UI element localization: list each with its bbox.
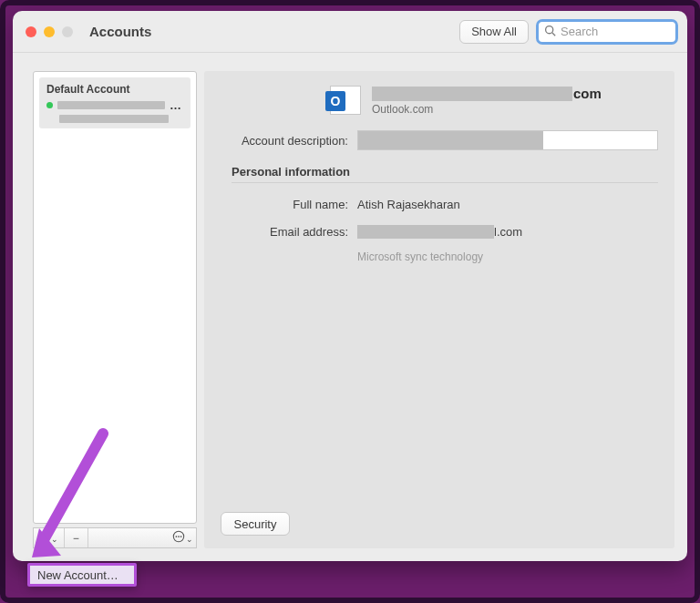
accounts-window: Accounts Show All Default Account …: [13, 11, 687, 561]
account-description-field[interactable]: [357, 130, 658, 150]
chevron-down-icon: ⌄: [51, 535, 58, 544]
outlook-icon: [330, 86, 361, 115]
redacted-text: [59, 115, 169, 123]
account-description-label: Account description:: [221, 134, 348, 148]
plus-icon: ＋: [39, 530, 51, 547]
add-account-menu: New Account…: [27, 563, 137, 587]
svg-point-4: [178, 536, 180, 537]
redacted-text: [372, 87, 572, 101]
titlebar: Accounts Show All: [13, 11, 687, 53]
account-name: Default Account: [46, 83, 183, 96]
svg-line-1: [552, 32, 555, 35]
redacted-text: [57, 101, 165, 109]
search-icon: [544, 25, 556, 39]
email-address-label: Email address:: [221, 225, 348, 239]
window-title: Accounts: [89, 24, 151, 39]
sidebar-toolbar: ＋ ⌄ － ⌄: [33, 527, 197, 548]
sidebar: Default Account … ＋ ⌄ －: [33, 71, 197, 548]
account-email-heading: com: [372, 86, 602, 101]
minus-icon: －: [70, 530, 82, 547]
account-list-item[interactable]: Default Account …: [39, 77, 190, 128]
window-body: Default Account … ＋ ⌄ －: [13, 53, 687, 561]
full-name-label: Full name:: [221, 198, 348, 211]
account-actions-button[interactable]: ⌄: [169, 528, 196, 547]
svg-point-5: [180, 536, 181, 537]
account-header: com Outlook.com: [221, 86, 658, 116]
ellipsis-icon: …: [170, 98, 182, 112]
account-service: Outlook.com: [372, 103, 602, 116]
chevron-down-icon: ⌄: [186, 535, 193, 544]
redacted-text: [357, 225, 494, 239]
minimize-window-button[interactable]: [44, 26, 55, 37]
add-account-button[interactable]: ＋ ⌄: [34, 528, 65, 547]
traffic-lights: [26, 26, 73, 37]
redacted-text: [358, 131, 543, 149]
personal-information-heading: Personal information: [232, 165, 658, 183]
search-field[interactable]: [536, 19, 678, 45]
security-button[interactable]: Security: [221, 512, 290, 536]
status-online-icon: [46, 102, 53, 108]
svg-point-3: [175, 536, 177, 537]
ellipsis-circle-icon: [172, 530, 185, 546]
menu-item-new-account[interactable]: New Account…: [37, 568, 118, 582]
sync-technology-note: Microsoft sync technology: [357, 250, 658, 263]
email-address-value: l.com: [357, 225, 522, 239]
remove-account-button[interactable]: －: [65, 528, 88, 547]
search-input[interactable]: [561, 25, 670, 38]
show-all-button[interactable]: Show All: [459, 20, 529, 44]
close-window-button[interactable]: [26, 26, 36, 37]
svg-point-0: [546, 26, 553, 33]
full-name-value: Atish Rajasekharan: [357, 198, 460, 211]
account-detail-panel: com Outlook.com Account description: Per…: [204, 71, 674, 548]
account-list[interactable]: Default Account …: [33, 71, 197, 524]
zoom-window-button[interactable]: [62, 26, 73, 37]
